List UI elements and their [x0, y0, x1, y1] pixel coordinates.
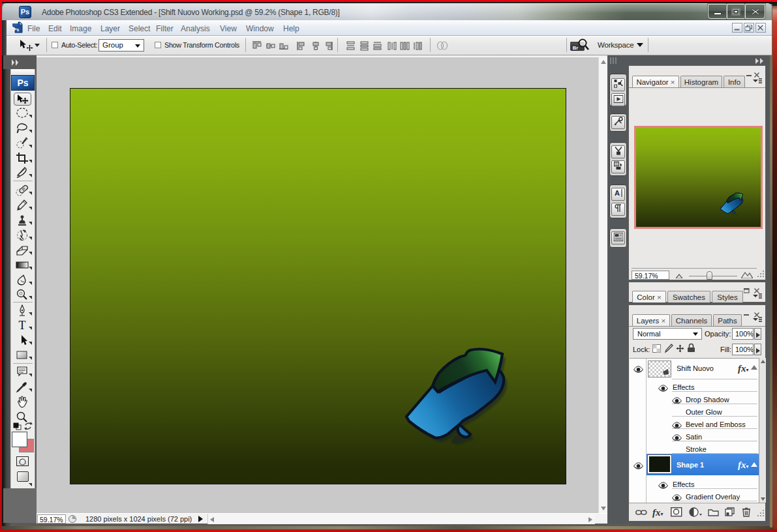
svg-text:A: A: [615, 189, 620, 197]
svg-text:T: T: [19, 319, 26, 331]
svg-text:Ps: Ps: [14, 27, 20, 32]
svg-text:Br: Br: [573, 45, 578, 51]
